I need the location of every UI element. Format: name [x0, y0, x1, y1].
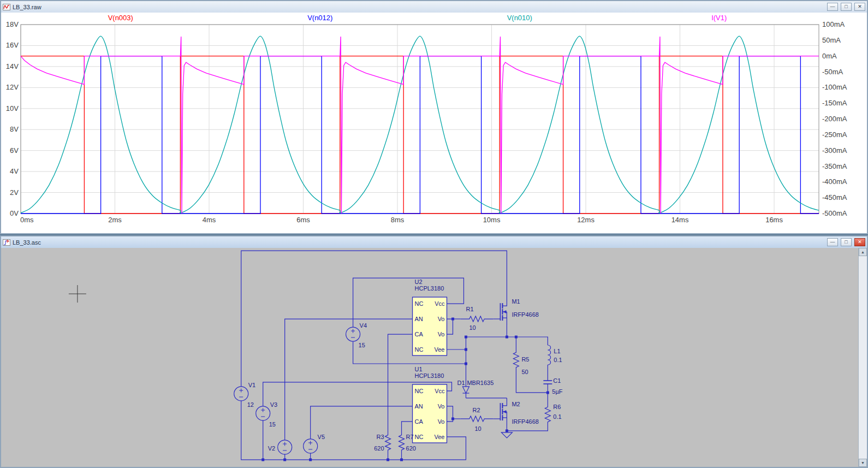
- y-right-tick-label[interactable]: -350mA: [822, 162, 847, 170]
- trace-label-V(n010)[interactable]: V(n010): [507, 14, 532, 22]
- raw-minimize-button[interactable]: —: [827, 3, 838, 11]
- x-axis-tick-label[interactable]: 16ms: [765, 216, 783, 224]
- schematic-canvas-area[interactable]: NCVccANVoCAVoNCVeeU2HCPL3180NCVccANVoCAV…: [1, 248, 867, 467]
- y-left-tick-label[interactable]: 12V: [6, 83, 19, 91]
- component-R2[interactable]: R210: [460, 407, 493, 432]
- wire[interactable]: [447, 319, 453, 334]
- y-left-tick-label[interactable]: 8V: [10, 125, 19, 133]
- x-axis-tick-label[interactable]: 2ms: [108, 216, 122, 224]
- component-U2[interactable]: NCVccANVoCAVoNCVeeU2HCPL3180: [413, 279, 447, 356]
- y-right-tick-label[interactable]: -250mA: [822, 131, 847, 139]
- trace-V(n012)[interactable]: [21, 56, 819, 214]
- y-left-tick-label[interactable]: 16V: [6, 41, 19, 49]
- component-value[interactable]: 10: [474, 425, 481, 432]
- wire[interactable]: [285, 319, 413, 440]
- x-axis-tick-label[interactable]: 6ms: [296, 216, 310, 224]
- x-axis-tick-label[interactable]: 4ms: [203, 216, 216, 224]
- component-value[interactable]: 0.1: [553, 413, 561, 420]
- component-value[interactable]: 15: [269, 421, 276, 428]
- wire[interactable]: [388, 334, 413, 433]
- x-axis-tick-label[interactable]: 10ms: [483, 216, 501, 224]
- scroll-up-button[interactable]: ▲: [859, 248, 867, 256]
- component-value[interactable]: IRFP4668: [512, 311, 538, 318]
- component-C1[interactable]: C15µF: [543, 377, 562, 395]
- trace-label-I(V1)[interactable]: I(V1): [711, 14, 727, 22]
- component-value[interactable]: 15: [359, 342, 365, 348]
- x-axis-tick-label[interactable]: 12ms: [577, 216, 594, 224]
- component-U1[interactable]: NCVccANVoCAVoNCVeeU1HCPL3180: [413, 366, 447, 443]
- wire[interactable]: [311, 406, 413, 439]
- component-V5[interactable]: V5: [304, 434, 325, 453]
- component-name[interactable]: R2: [472, 407, 480, 413]
- y-left-tick-label[interactable]: 10V: [6, 104, 19, 112]
- component-name[interactable]: M1: [512, 298, 520, 305]
- component-name[interactable]: R3: [377, 434, 384, 440]
- raw-close-button[interactable]: ✕: [854, 3, 865, 11]
- y-right-tick-label[interactable]: -450mA: [822, 193, 847, 202]
- wire[interactable]: [507, 425, 548, 431]
- schematic-canvas[interactable]: NCVccANVoCAVoNCVeeU2HCPL3180NCVccANVoCAV…: [1, 248, 858, 467]
- component-D1[interactable]: D1MBR1635: [457, 380, 494, 398]
- component-R5[interactable]: R550: [513, 341, 529, 379]
- scroll-down-button[interactable]: ▼: [859, 459, 867, 467]
- asc-close-button[interactable]: ✕: [854, 238, 865, 246]
- component-value[interactable]: 50: [521, 369, 528, 375]
- asc-titlebar[interactable]: LB_33.asc — □ ✕: [1, 236, 867, 248]
- y-right-tick-label[interactable]: -150mA: [822, 99, 847, 107]
- component-name[interactable]: R6: [553, 404, 561, 410]
- component-name[interactable]: R5: [521, 356, 529, 363]
- component-value[interactable]: 10: [469, 324, 475, 331]
- component-V4[interactable]: V415: [346, 322, 367, 348]
- component-name[interactable]: V2: [268, 445, 275, 452]
- component-value[interactable]: IRFP4668: [512, 418, 538, 425]
- wire[interactable]: [353, 341, 466, 364]
- component-M2[interactable]: M2IRFP4668: [500, 398, 538, 425]
- component-name[interactable]: V1: [248, 382, 255, 388]
- wire[interactable]: [402, 422, 413, 433]
- component-value[interactable]: 12: [247, 401, 254, 408]
- component-value[interactable]: 5µF: [552, 388, 562, 395]
- component-value[interactable]: HCPL3180: [415, 372, 444, 379]
- component-name[interactable]: U2: [415, 279, 423, 285]
- component-name[interactable]: R1: [466, 306, 473, 312]
- component-R1[interactable]: R110: [460, 306, 493, 331]
- component-value[interactable]: 620: [374, 445, 384, 452]
- component-value[interactable]: HCPL3180: [415, 285, 444, 292]
- asc-restore-button[interactable]: □: [841, 238, 852, 246]
- component-name[interactable]: L1: [554, 348, 560, 354]
- component-name[interactable]: D1: [457, 380, 465, 386]
- raw-titlebar-drag-area[interactable]: [44, 1, 824, 13]
- y-right-tick-label[interactable]: 50mA: [822, 36, 841, 44]
- scrollbar-track[interactable]: [859, 256, 867, 459]
- trace-label-V(n012)[interactable]: V(n012): [307, 14, 332, 22]
- y-left-tick-label[interactable]: 18V: [6, 20, 19, 28]
- component-V3[interactable]: V315: [256, 401, 277, 428]
- component-name[interactable]: R7: [406, 434, 414, 440]
- component-L1[interactable]: L10.1: [548, 345, 562, 365]
- x-axis-tick-label[interactable]: 14ms: [671, 216, 689, 224]
- y-left-tick-label[interactable]: 4V: [10, 167, 19, 175]
- component-value[interactable]: 0.1: [554, 357, 562, 363]
- y-left-tick-label[interactable]: 6V: [10, 146, 19, 155]
- component-name[interactable]: C1: [553, 377, 561, 384]
- x-axis-tick-label[interactable]: 0ms: [20, 216, 34, 224]
- component-value[interactable]: MBR1635: [467, 380, 494, 386]
- y-right-tick-label[interactable]: -500mA: [822, 209, 847, 217]
- component-M1[interactable]: M1IRFP4668: [500, 298, 538, 325]
- y-right-tick-label[interactable]: -100mA: [822, 83, 847, 91]
- wire[interactable]: [516, 379, 548, 393]
- x-axis-tick-label[interactable]: 8ms: [391, 216, 405, 224]
- component-name[interactable]: V3: [270, 401, 277, 408]
- y-left-tick-label[interactable]: 0V: [10, 209, 19, 217]
- component-value[interactable]: 620: [406, 445, 416, 452]
- component-name[interactable]: V5: [318, 434, 325, 440]
- y-right-tick-label[interactable]: -200mA: [822, 115, 847, 123]
- component-V2[interactable]: V2: [268, 440, 292, 454]
- asc-minimize-button[interactable]: —: [827, 238, 838, 246]
- y-right-tick-label[interactable]: -50mA: [822, 68, 843, 76]
- raw-titlebar[interactable]: LB_33.raw — □ ✕: [1, 1, 867, 13]
- y-left-tick-label[interactable]: 14V: [6, 62, 19, 70]
- y-right-tick-label[interactable]: -300mA: [822, 146, 847, 155]
- y-right-tick-label[interactable]: 100mA: [822, 20, 845, 28]
- component-R3[interactable]: R3620: [374, 433, 390, 453]
